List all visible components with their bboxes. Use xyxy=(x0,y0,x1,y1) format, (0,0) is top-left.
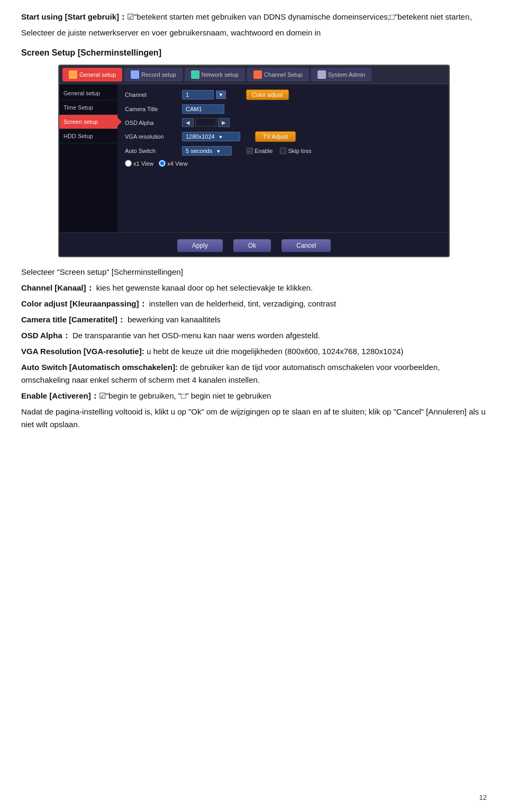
osd-alpha-desc: De transparantie van het OSD-menu kan na… xyxy=(70,331,320,340)
selecteer-screen-para: Selecteer "Screen setup" [Scherminstelli… xyxy=(21,266,487,278)
camera-title-control: CAM1 xyxy=(182,104,224,114)
dvr-tabs: General setup Record setup Network setup… xyxy=(59,66,449,84)
tab-channel-setup[interactable]: Channel Setup xyxy=(247,68,309,82)
enable-bold: Enable [Activeren]： xyxy=(21,391,99,400)
auto-switch-arrow: ▼ xyxy=(216,149,221,154)
channel-desc: kies het gewenste kanaal door op het sel… xyxy=(94,283,313,292)
screen-setup-title: Screen Setup [Scherminstellingen] xyxy=(21,47,487,59)
enable-desc: ☑"begin te gebruiken, "□" begin niet te … xyxy=(99,391,271,400)
vga-bold: VGA Resolution [VGA-resolutie]: xyxy=(21,347,144,356)
color-adjust-btn[interactable]: Color adjust xyxy=(246,89,289,100)
dvr-ui: General setup Record setup Network setup… xyxy=(59,66,449,256)
vga-resolution-row: VGA resolution 1280x1024 ▼ TV Adjust xyxy=(125,131,441,142)
enable-skip-container: ☑ Enable □ Skip loss xyxy=(247,148,311,154)
system-admin-icon xyxy=(318,70,326,79)
camera-title-bold: Camera title [Cameratitel]： xyxy=(21,315,125,324)
auto-switch-label: Auto Switch xyxy=(125,148,178,154)
channel-row: Channel 1 ▼ Color adjust xyxy=(125,89,441,100)
channel-control: 1 ▼ xyxy=(182,90,226,100)
skip-loss-label: Skip loss xyxy=(288,148,311,154)
view-mode-radio-group: x1 View x4 View xyxy=(125,160,188,167)
color-adjust-bold: Color adjust [Kleuraanpassing]： xyxy=(21,299,147,308)
vga-resolution-value: 1280x1024 xyxy=(186,133,214,140)
general-setup-icon xyxy=(69,70,77,79)
tv-adjust-btn[interactable]: TV Adjust xyxy=(255,131,296,142)
x1-view-label: x1 View xyxy=(133,160,153,167)
color-adjust-desc: instellen van de helderheid, tint, verza… xyxy=(147,299,337,308)
auto-switch-para: Auto Switch [Automatisch omschakelen]: d… xyxy=(21,361,487,386)
start-bold: Start using [Start gebruik]： xyxy=(21,12,127,21)
osd-alpha-bold: OSD Alpha： xyxy=(21,331,70,340)
tab-record-label: Record setup xyxy=(141,71,176,78)
sidebar-time-setup[interactable]: Time Setup xyxy=(59,101,117,115)
enable-checkbox[interactable]: ☑ xyxy=(247,148,253,154)
cancel-button[interactable]: Cancel xyxy=(282,239,331,252)
channel-bold: Channel [Kanaal]： xyxy=(21,283,94,292)
osd-alpha-para: OSD Alpha： De transparantie van het OSD-… xyxy=(21,329,487,342)
auto-switch-select[interactable]: 5 seconds ▼ xyxy=(182,146,232,156)
apply-button[interactable]: Apply xyxy=(177,239,223,252)
auto-switch-row: Auto Switch 5 seconds ▼ ☑ Enable xyxy=(125,146,441,156)
osd-alpha-bar xyxy=(195,118,216,127)
channel-value: 1 xyxy=(186,92,189,98)
save-para: Nadat de pagina-instelling voltooid is, … xyxy=(21,405,487,431)
skip-loss-checkbox-item: □ Skip loss xyxy=(280,148,311,154)
dvr-body: General setup Time Setup Screen setup HD… xyxy=(59,84,449,232)
view-mode-row: x1 View x4 View xyxy=(125,160,441,167)
vga-resolution-label: VGA resolution xyxy=(125,133,178,140)
x1-view-radio[interactable] xyxy=(125,160,132,167)
x4-view-item: x4 View xyxy=(159,160,187,167)
ok-button[interactable]: Ok xyxy=(233,239,271,252)
osd-alpha-right[interactable]: ▶ xyxy=(218,118,230,127)
enable-label: Enable xyxy=(255,148,273,154)
osd-alpha-left[interactable]: ◀ xyxy=(182,118,194,127)
tab-network-setup[interactable]: Network setup xyxy=(185,68,245,82)
record-setup-icon xyxy=(131,70,139,79)
dvr-footer: Apply Ok Cancel xyxy=(59,232,449,256)
auto-switch-bold: Auto Switch [Automatisch omschakelen]: xyxy=(21,363,178,372)
tv-adjust-container: TV Adjust xyxy=(255,131,296,142)
osd-alpha-row: OSD Alpha ◀ ▶ xyxy=(125,118,441,127)
channel-select[interactable]: 1 xyxy=(182,90,214,100)
vga-resolution-control: 1280x1024 ▼ xyxy=(182,132,240,141)
enable-checkbox-item: ☑ Enable xyxy=(247,148,273,154)
intro-line2: Selecteer de juiste netwerkserver en voe… xyxy=(21,26,487,39)
spacer xyxy=(125,171,441,192)
page-number: 12 xyxy=(479,793,487,801)
channel-para: Channel [Kanaal]： kies het gewenste kana… xyxy=(21,282,487,294)
network-setup-icon xyxy=(191,70,199,79)
color-adjust-container: Color adjust xyxy=(246,89,289,100)
auto-switch-value: 5 seconds xyxy=(186,148,212,154)
enable-para: Enable [Activeren]：☑"begin te gebruiken,… xyxy=(21,390,487,402)
sidebar-screen-setup[interactable]: Screen setup xyxy=(59,115,117,129)
vga-resolution-select[interactable]: 1280x1024 ▼ xyxy=(182,132,240,141)
tab-network-label: Network setup xyxy=(202,71,239,78)
x4-view-radio[interactable] xyxy=(159,160,166,167)
vga-resolution-arrow: ▼ xyxy=(219,134,223,140)
dvr-sidebar: General setup Time Setup Screen setup HD… xyxy=(59,84,117,232)
vga-para: VGA Resolution [VGA-resolutie]: u hebt d… xyxy=(21,345,487,358)
tab-system-label: System Admin xyxy=(328,71,365,78)
camera-title-label: Camera Title xyxy=(125,106,178,112)
camera-title-row: Camera Title CAM1 xyxy=(125,104,441,114)
camera-title-desc: bewerking van kanaaltitels xyxy=(125,315,221,324)
color-adjust-para: Color adjust [Kleuraanpassing]： instelle… xyxy=(21,297,487,310)
tab-channel-label: Channel Setup xyxy=(264,71,303,78)
camera-title-para: Camera title [Cameratitel]： bewerking va… xyxy=(21,313,487,326)
channel-setup-icon xyxy=(253,70,262,79)
tab-general-label: General setup xyxy=(79,71,116,78)
x4-view-label: x4 View xyxy=(167,160,187,167)
auto-switch-control: 5 seconds ▼ xyxy=(182,146,232,156)
sidebar-general-setup[interactable]: General setup xyxy=(59,86,117,101)
x1-view-item: x1 View xyxy=(125,160,153,167)
channel-arrow[interactable]: ▼ xyxy=(216,91,226,99)
intro-line1: Start using [Start gebruik]：☑"betekent s… xyxy=(21,11,487,23)
vga-desc: u hebt de keuze uit drie mogelijkheden (… xyxy=(144,347,404,356)
tab-record-setup[interactable]: Record setup xyxy=(124,68,182,82)
tab-general-setup[interactable]: General setup xyxy=(62,68,122,82)
skip-loss-checkbox[interactable]: □ xyxy=(280,148,286,154)
dvr-main: Channel 1 ▼ Color adjust Cam xyxy=(117,84,449,232)
tab-system-admin[interactable]: System Admin xyxy=(311,68,371,82)
camera-title-input[interactable]: CAM1 xyxy=(182,104,224,114)
sidebar-hdd-setup[interactable]: HDD Setup xyxy=(59,129,117,143)
